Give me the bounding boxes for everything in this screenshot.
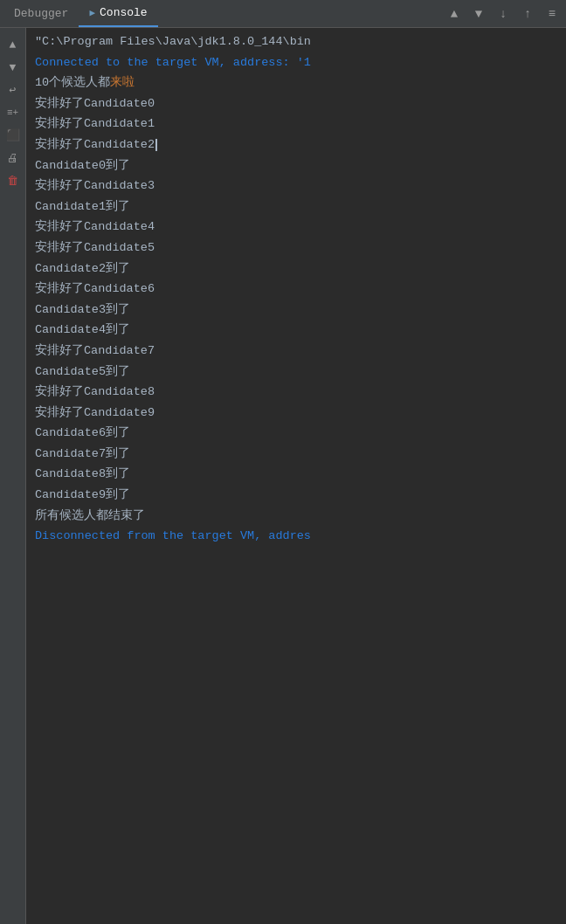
console-line-12: Candidate3到了 (26, 300, 566, 321)
console-line-13: Candidate4到了 (26, 320, 566, 341)
toolbar-btn-2[interactable]: ▼ (468, 3, 489, 24)
debugger-tab-label: Debugger (14, 7, 68, 20)
console-line-4: 安排好了Candidate2 (26, 134, 566, 155)
console-line-connected: Connected to the target VM, address: '1 (26, 52, 566, 73)
console-line-8: 安排好了Candidate4 (26, 217, 566, 238)
toolbar-btn-4[interactable]: ↑ (517, 3, 538, 24)
console-line-5: Candidate0到了 (26, 155, 566, 176)
sidebar-btn-print[interactable]: 🖨 (3, 148, 23, 168)
console-line-18: Candidate6到了 (26, 423, 566, 444)
toolbar-btn-5[interactable]: ≡ (542, 3, 563, 24)
main-content: ▲ ▼ ↩ ≡+ ⬛ 🖨 🗑 "C:\Program Files\Java\jd… (0, 28, 566, 924)
console-line-3: 安排好了Candidate1 (26, 114, 566, 134)
console-line-10: Candidate2到了 (26, 259, 566, 279)
toolbar-icons: ▲ ▼ ↓ ↑ ≡ (444, 3, 563, 24)
console-line-16: 安排好了Candidate8 (26, 382, 566, 403)
sidebar-btn-expand[interactable]: ≡+ (3, 103, 23, 122)
console-line-disconnected: Disconnected from the target VM, addres (26, 526, 566, 547)
console-tab-icon: ▶ (89, 7, 95, 18)
console-tab-label: Console (100, 6, 148, 19)
console-line-6: 安排好了Candidate3 (26, 176, 566, 197)
console-line-20: Candidate8到了 (26, 464, 566, 485)
ide-window: Debugger ▶ Console ▲ ▼ ↓ ↑ ≡ ▲ ▼ ↩ ≡+ ⬛ … (0, 0, 566, 924)
console-line-7: Candidate1到了 (26, 197, 566, 217)
tab-console[interactable]: ▶ Console (79, 0, 157, 27)
sidebar-btn-clear[interactable]: 🗑 (3, 171, 23, 190)
console-line-2: 安排好了Candidate0 (26, 93, 566, 114)
console-line-1: 10个候选人都来啦 (26, 72, 566, 93)
console-output[interactable]: "C:\Program Files\Java\jdk1.8.0_144\bin … (26, 28, 566, 924)
tab-bar: Debugger ▶ Console ▲ ▼ ↓ ↑ ≡ (0, 0, 566, 28)
console-line-9: 安排好了Candidate5 (26, 238, 566, 259)
sidebar-btn-up[interactable]: ▲ (3, 35, 23, 54)
console-line-15: Candidate5到了 (26, 362, 566, 383)
sidebar-btn-return[interactable]: ↩ (3, 80, 23, 100)
console-line-17: 安排好了Candidate9 (26, 403, 566, 424)
toolbar-btn-3[interactable]: ↓ (493, 3, 514, 24)
console-line-22: 所有候选人都结束了 (26, 506, 566, 527)
console-line-19: Candidate7到了 (26, 444, 566, 465)
sidebar-btn-down[interactable]: ▼ (3, 58, 23, 77)
console-line-14: 安排好了Candidate7 (26, 341, 566, 362)
left-sidebar: ▲ ▼ ↩ ≡+ ⬛ 🖨 🗑 (0, 28, 26, 924)
tab-debugger[interactable]: Debugger (3, 0, 79, 27)
console-line-11: 安排好了Candidate6 (26, 279, 566, 300)
toolbar-btn-1[interactable]: ▲ (444, 3, 465, 24)
sidebar-btn-stop[interactable]: ⬛ (3, 126, 23, 145)
console-line-path: "C:\Program Files\Java\jdk1.8.0_144\bin (26, 31, 566, 52)
console-line-21: Candidate9到了 (26, 485, 566, 506)
